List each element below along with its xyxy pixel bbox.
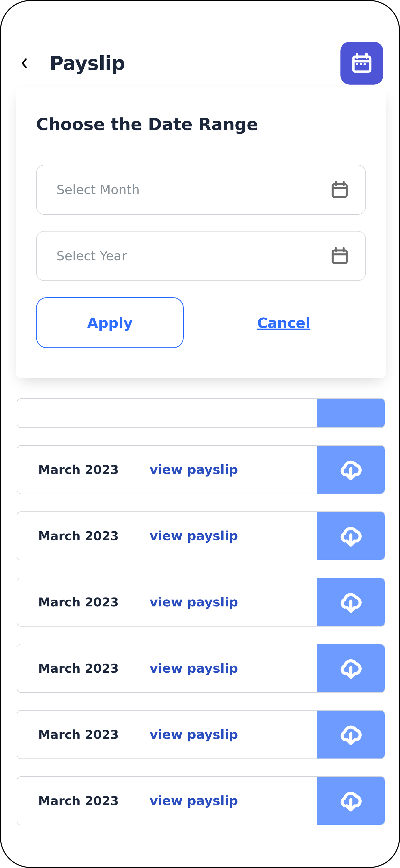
- list-item-month: March 2023: [17, 661, 149, 676]
- apply-button[interactable]: Apply: [36, 297, 184, 348]
- download-button[interactable]: [317, 711, 385, 758]
- calendar-icon: [351, 52, 373, 74]
- select-year-placeholder: Select Year: [57, 249, 127, 264]
- list-item-month: March 2023: [17, 529, 149, 543]
- download-button-peek[interactable]: [317, 399, 385, 427]
- list-item-peek: [17, 398, 385, 428]
- cancel-button[interactable]: Cancel: [202, 314, 366, 331]
- cloud-download-icon: [339, 524, 363, 548]
- payslip-list: March 2023 view payslip March 2023 view …: [17, 445, 385, 825]
- view-payslip-link[interactable]: view payslip: [149, 528, 317, 543]
- download-button[interactable]: [317, 777, 385, 825]
- device-frame: Payslip Choose the Date Range Select Mon…: [0, 0, 400, 868]
- back-button[interactable]: [17, 56, 32, 71]
- svg-rect-7: [333, 184, 347, 197]
- list-item: March 2023 view payslip: [17, 445, 385, 494]
- list-item-month: March 2023: [17, 794, 149, 808]
- page-header: Payslip: [1, 1, 399, 85]
- open-calendar-button[interactable]: [340, 42, 383, 85]
- select-year[interactable]: Select Year: [36, 231, 366, 281]
- list-item: March 2023 view payslip: [17, 776, 385, 825]
- download-button[interactable]: [317, 578, 385, 626]
- view-payslip-link[interactable]: view payslip: [149, 661, 317, 676]
- list-item: March 2023 view payslip: [17, 512, 385, 560]
- list-item-month: March 2023: [17, 727, 149, 742]
- download-button[interactable]: [317, 446, 385, 494]
- modal-actions: Apply Cancel: [36, 297, 366, 348]
- view-payslip-link[interactable]: view payslip: [149, 794, 317, 808]
- cloud-download-icon: [339, 722, 363, 747]
- list-item: March 2023 view payslip: [17, 578, 385, 626]
- select-month[interactable]: Select Month: [36, 165, 366, 215]
- list-item-month: March 2023: [17, 463, 149, 477]
- page-title: Payslip: [49, 52, 125, 74]
- modal-heading: Choose the Date Range: [36, 115, 366, 134]
- calendar-icon: [330, 247, 349, 266]
- chevron-left-icon: [19, 58, 30, 68]
- cloud-download-icon: [339, 788, 363, 813]
- calendar-icon: [330, 180, 349, 199]
- cloud-download-icon: [339, 590, 363, 614]
- view-payslip-link[interactable]: view payslip: [149, 462, 317, 477]
- list-item: March 2023 view payslip: [17, 710, 385, 759]
- list-item: March 2023 view payslip: [17, 644, 385, 693]
- download-button[interactable]: [317, 644, 385, 692]
- view-payslip-link[interactable]: view payslip: [149, 595, 317, 610]
- svg-rect-11: [333, 250, 347, 263]
- select-month-placeholder: Select Month: [57, 182, 140, 197]
- download-button[interactable]: [317, 512, 385, 560]
- cloud-download-icon: [339, 458, 363, 482]
- view-payslip-link[interactable]: view payslip: [149, 727, 317, 742]
- list-item-month: March 2023: [17, 595, 149, 609]
- date-range-modal: Choose the Date Range Select Month Selec…: [16, 87, 386, 378]
- cloud-download-icon: [339, 656, 363, 681]
